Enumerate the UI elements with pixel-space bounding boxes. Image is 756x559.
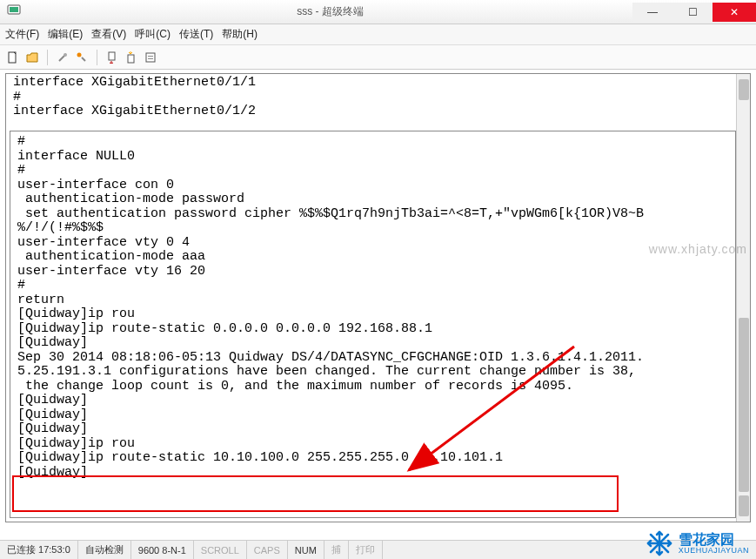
toolbar xyxy=(0,45,756,70)
scroll-thumb[interactable] xyxy=(739,318,749,492)
menu-transfer[interactable]: 传送(T) xyxy=(179,27,213,42)
svg-rect-6 xyxy=(128,55,134,63)
menu-call[interactable]: 呼叫(C) xyxy=(135,27,171,42)
connect-icon[interactable] xyxy=(55,50,70,65)
statusbar: 已连接 17:53:0 自动检测 9600 8-N-1 SCROLL CAPS … xyxy=(0,540,756,559)
window-title: sss - 超级终端 xyxy=(28,4,632,19)
terminal-area[interactable]: interface XGigabitEthernet0/1/1 # interf… xyxy=(5,73,751,522)
menubar: 文件(F) 编辑(E) 查看(V) 呼叫(C) 传送(T) 帮助(H) xyxy=(0,24,756,45)
svg-point-3 xyxy=(64,53,67,57)
status-baud: 9600 8-N-1 xyxy=(131,541,194,559)
app-icon xyxy=(7,3,21,21)
svg-rect-7 xyxy=(146,53,155,62)
status-scroll: SCROLL xyxy=(194,541,247,559)
menu-file[interactable]: 文件(F) xyxy=(5,27,39,42)
status-connected: 已连接 17:53:0 xyxy=(0,541,78,559)
svg-rect-5 xyxy=(109,52,115,60)
titlebar: sss - 超级终端 — ☐ ✕ xyxy=(0,0,756,24)
svg-rect-9 xyxy=(148,58,153,59)
svg-point-4 xyxy=(77,52,82,57)
scroll-down-button[interactable] xyxy=(739,495,749,516)
send-icon[interactable] xyxy=(104,50,120,65)
menu-edit[interactable]: 编辑(E) xyxy=(48,27,83,42)
terminal-inner-box: # interface NULL0 # user-interface con 0… xyxy=(10,131,736,518)
open-file-icon[interactable] xyxy=(24,50,40,65)
logo-text-en: XUEHUAJIAYUAN xyxy=(679,547,749,555)
status-caps: CAPS xyxy=(247,541,288,559)
status-capture: 捕 xyxy=(324,541,349,559)
close-button[interactable]: ✕ xyxy=(713,3,756,22)
menu-help[interactable]: 帮助(H) xyxy=(222,27,258,42)
receive-icon[interactable] xyxy=(124,50,139,65)
toolbar-separator xyxy=(47,50,48,65)
footer-logo: 雪花家园 XUEHUAJIAYUAN xyxy=(646,529,749,557)
terminal-top-lines: interface XGigabitEthernet0/1/1 # interf… xyxy=(6,74,750,121)
toolbar-separator xyxy=(97,50,97,65)
svg-rect-8 xyxy=(148,56,153,57)
maximize-button[interactable]: ☐ xyxy=(672,3,713,22)
window-controls: — ☐ ✕ xyxy=(632,3,756,22)
disconnect-icon[interactable] xyxy=(74,50,90,65)
menu-view[interactable]: 查看(V) xyxy=(91,27,126,42)
watermark: www.xhjaty.com xyxy=(649,242,747,256)
terminal-content: # interface NULL0 # user-interface con 0… xyxy=(14,133,732,482)
svg-rect-2 xyxy=(9,52,16,63)
scroll-up-button[interactable] xyxy=(739,79,749,100)
properties-icon[interactable] xyxy=(143,50,158,65)
snowflake-icon xyxy=(646,529,673,557)
logo-text-cn: 雪花家园 xyxy=(679,533,749,547)
status-num: NUM xyxy=(288,541,324,559)
status-autodetect: 自动检测 xyxy=(78,541,131,559)
svg-rect-1 xyxy=(10,7,18,12)
vertical-scrollbar[interactable] xyxy=(736,74,750,522)
new-file-icon[interactable] xyxy=(5,50,21,65)
status-print: 打印 xyxy=(349,541,383,559)
minimize-button[interactable]: — xyxy=(632,3,672,22)
